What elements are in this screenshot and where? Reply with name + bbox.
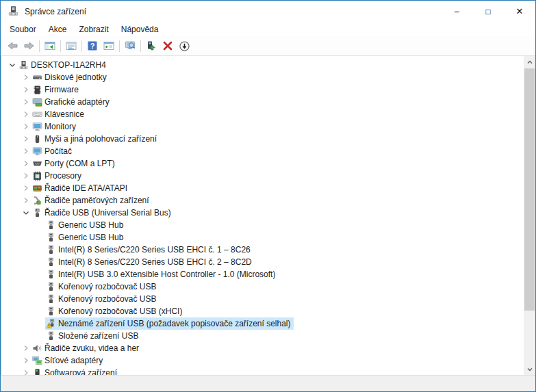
title-bar: Správce zařízení − □ ✕	[1, 1, 535, 22]
expander-icon[interactable]	[7, 60, 18, 70]
tree-item[interactable]: Kořenový rozbočovač USB	[1, 280, 524, 293]
expander-icon[interactable]	[21, 96, 31, 107]
window-title: Správce zařízení	[25, 7, 86, 16]
computer-icon	[18, 60, 29, 70]
tree-item[interactable]: Grafické adaptéry	[1, 96, 524, 108]
tree-item[interactable]: Intel(R) 8 Series/C220 Series USB EHCI č…	[1, 244, 524, 256]
tree-item-label: Generic USB Hub	[58, 220, 126, 231]
properties-icon	[66, 40, 77, 51]
expander-icon[interactable]	[21, 207, 31, 218]
tree-item[interactable]: Firmware	[1, 83, 524, 96]
menu-soubor[interactable]: Soubor	[3, 23, 42, 36]
tree-item-label: Softwarová zařízení	[44, 367, 120, 375]
tree-item-label: Monitory	[44, 121, 79, 132]
tree-item[interactable]: DESKTOP-I1A2RH4	[1, 59, 524, 71]
scrollbar-thumb[interactable]	[524, 68, 535, 311]
tree-item[interactable]: Kořenový rozbočovač USB (xHCI)	[1, 305, 524, 317]
tree-item[interactable]: Intel(R) USB 3.0 eXtensible Host Control…	[1, 268, 524, 280]
expander-icon	[34, 281, 45, 292]
usb-icon	[46, 245, 56, 255]
help-button[interactable]: ?	[84, 38, 101, 54]
expander-icon[interactable]	[21, 183, 31, 194]
expander-icon[interactable]	[21, 133, 31, 144]
monitor-icon	[32, 122, 42, 132]
back-arrow-icon	[7, 40, 18, 51]
tree-item[interactable]: Složené zařízení USB	[1, 330, 524, 342]
device-manager-window: Správce zařízení − □ ✕ Soubor Akce Zobra…	[0, 0, 536, 392]
tree-item[interactable]: Kořenový rozbočovač USB	[1, 293, 524, 305]
expander-icon[interactable]	[21, 84, 31, 95]
menu-akce[interactable]: Akce	[42, 23, 73, 36]
tree-item-label: Procesory	[44, 170, 84, 181]
tree-item-label: Myši a jiná polohovací zařízení	[44, 133, 159, 144]
show-console-tree-button[interactable]	[42, 38, 58, 54]
expander-icon[interactable]	[21, 109, 31, 120]
expander-icon	[34, 244, 45, 255]
tree-item[interactable]: Procesory	[1, 170, 524, 182]
tree-item[interactable]: Softwarová zařízení	[1, 367, 524, 375]
tree-item[interactable]: Řadiče zvuku, videa a her	[1, 342, 524, 354]
tree-item[interactable]: Porty (COM a LPT)	[1, 157, 524, 170]
expander-icon	[34, 306, 45, 317]
tree-item[interactable]: Monitory	[1, 120, 524, 133]
scroll-up-button[interactable]	[524, 56, 535, 68]
update-driver-button[interactable]	[143, 38, 159, 54]
window-controls: − □ ✕	[441, 1, 535, 22]
toolbar-separator	[60, 40, 61, 52]
scan-hardware-changes-button[interactable]	[122, 38, 138, 54]
tree-item[interactable]: Řadiče USB (Universal Serial Bus)	[1, 207, 524, 219]
tree-item[interactable]: Myši a jiná polohovací zařízení	[1, 133, 524, 145]
svg-text:?: ?	[90, 42, 95, 50]
expander-icon[interactable]	[21, 195, 31, 206]
vertical-scrollbar[interactable]	[524, 56, 535, 375]
expander-icon[interactable]	[21, 343, 31, 354]
expander-icon[interactable]	[21, 146, 31, 157]
usb-icon	[32, 208, 42, 218]
tree-item[interactable]: Diskové jednotky	[1, 71, 524, 83]
tree-item[interactable]: Počítač	[1, 145, 524, 157]
tree-item[interactable]: Síťové adaptéry	[1, 354, 524, 367]
expander-icon[interactable]	[21, 121, 31, 132]
tree-item-label: Neznámé zařízení USB (požadavek popisova…	[58, 318, 294, 329]
tree-item-label: Grafické adaptéry	[44, 96, 112, 107]
uninstall-device-button[interactable]	[159, 38, 176, 54]
scroll-down-button[interactable]	[524, 363, 535, 375]
toolbar-separator	[119, 40, 120, 52]
disable-device-icon	[179, 40, 190, 52]
expander-icon[interactable]	[21, 367, 31, 375]
status-bar	[1, 375, 535, 391]
usb-warning-icon	[46, 319, 56, 329]
tree-item[interactable]: Řadiče paměťových zařízení	[1, 194, 524, 207]
tree-item[interactable]: Neznámé zařízení USB (požadavek popisova…	[1, 317, 524, 330]
expander-icon[interactable]	[21, 355, 31, 366]
forward-button[interactable]	[21, 38, 37, 54]
expander-icon[interactable]	[21, 170, 31, 181]
usb-icon	[46, 282, 56, 292]
tree-item-label: Klávesnice	[44, 109, 87, 120]
tree-item-label: Intel(R) 8 Series/C220 Series USB EHCI č…	[58, 244, 253, 255]
tree-item-label: Intel(R) USB 3.0 eXtensible Host Control…	[58, 269, 278, 280]
action-pane-button[interactable]	[101, 38, 117, 54]
menu-zobrazit[interactable]: Zobrazit	[73, 23, 114, 36]
expander-icon	[34, 257, 45, 267]
tree-item-label: Intel(R) 8 Series/C220 Series USB EHCI č…	[58, 257, 255, 267]
back-button[interactable]	[4, 38, 21, 54]
toolbar-separator	[81, 40, 82, 52]
toolbar-separator	[140, 40, 141, 52]
close-button[interactable]: ✕	[504, 1, 535, 22]
menu-napoveda[interactable]: Nápověda	[115, 23, 165, 36]
tree-item[interactable]: Generic USB Hub	[1, 219, 524, 231]
disable-device-button[interactable]	[176, 38, 192, 54]
properties-button[interactable]	[63, 38, 79, 54]
tree-item[interactable]: Intel(R) 8 Series/C220 Series USB EHCI č…	[1, 256, 524, 268]
expander-icon[interactable]	[21, 158, 31, 169]
action-pane-icon	[103, 40, 114, 51]
device-manager-icon	[8, 5, 19, 17]
maximize-button[interactable]: □	[472, 1, 504, 22]
tree-item[interactable]: Řadiče IDE ATA/ATAPI	[1, 182, 524, 194]
tree-item[interactable]: Generic USB Hub	[1, 231, 524, 244]
tree-item-label: Řadiče paměťových zařízení	[44, 195, 152, 206]
tree-item[interactable]: Klávesnice	[1, 108, 524, 120]
disk-drive-icon	[32, 73, 42, 83]
expander-icon[interactable]	[21, 72, 31, 83]
